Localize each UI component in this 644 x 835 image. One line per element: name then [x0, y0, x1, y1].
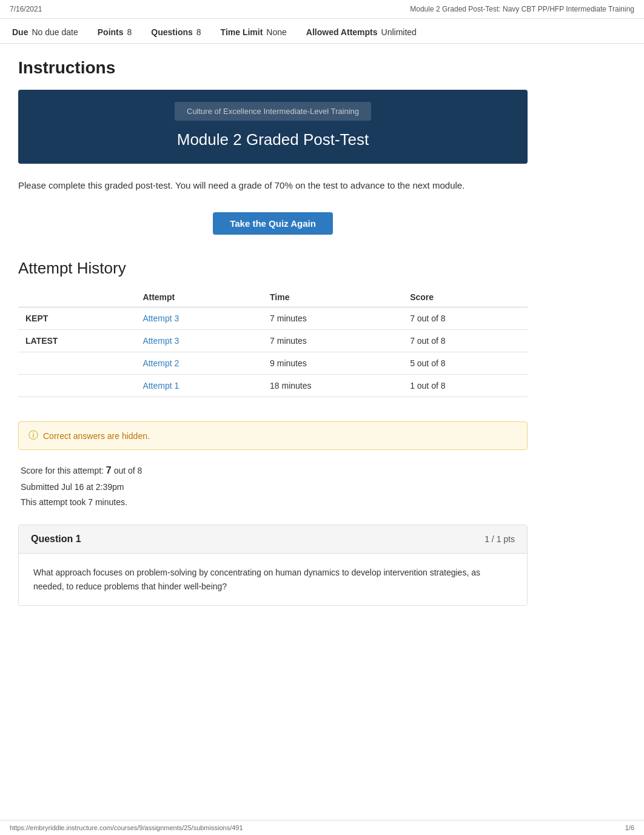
- attempt-row-attempt[interactable]: Attempt 1: [135, 375, 263, 397]
- question-block-1: Question 1 1 / 1 pts What approach focus…: [18, 525, 528, 606]
- banner-subtitle: Culture of Excellence Intermediate-Level…: [175, 102, 371, 121]
- attempt-row-score: 7 out of 8: [403, 330, 528, 352]
- attempt-row-label: KEPT: [18, 307, 135, 330]
- attempt-row-label: [18, 352, 135, 375]
- attempt-row-score: 1 out of 8: [403, 375, 528, 397]
- attempt-row-label: [18, 375, 135, 397]
- quiz-button-container: Take the Quiz Again: [18, 212, 528, 235]
- due-label: Due: [12, 27, 28, 37]
- notice-text: Correct answers are hidden.: [43, 431, 150, 441]
- question-header-1: Question 1 1 / 1 pts: [19, 525, 527, 554]
- due-item: Due No due date: [12, 27, 78, 37]
- allowed-attempts-value: Unlimited: [381, 27, 417, 37]
- time-limit-value: None: [266, 27, 286, 37]
- attempt-history-table: Attempt Time Score KEPTAttempt 37 minute…: [18, 287, 528, 397]
- notice-box: ⓘ Correct answers are hidden.: [18, 421, 528, 450]
- score-line1: Score for this attempt: 7 out of 8: [21, 462, 528, 480]
- question-body-1: What approach focuses on problem-solving…: [19, 554, 527, 605]
- table-row: Attempt 29 minutes5 out of 8: [18, 352, 528, 375]
- score-post: out of 8: [112, 466, 143, 475]
- attempt-row-attempt[interactable]: Attempt 2: [135, 352, 263, 375]
- allowed-attempts-label: Allowed Attempts: [306, 27, 378, 37]
- table-row: KEPTAttempt 37 minutes7 out of 8: [18, 307, 528, 330]
- col-header-score: Score: [403, 287, 528, 307]
- page-title: Module 2 Graded Post-Test: Navy CBT PP/H…: [410, 5, 634, 13]
- top-bar: 7/16/2021 Module 2 Graded Post-Test: Nav…: [0, 0, 644, 19]
- table-row: Attempt 118 minutes1 out of 8: [18, 375, 528, 397]
- attempt-history-title: Attempt History: [18, 259, 528, 278]
- main-content: Instructions Culture of Excellence Inter…: [0, 44, 546, 635]
- instructions-text: Please complete this graded post-test. Y…: [18, 178, 528, 193]
- due-value: No due date: [32, 27, 78, 37]
- score-line3: This attempt took 7 minutes.: [21, 495, 528, 510]
- meta-info: Due No due date Points 8 Questions 8 Tim…: [0, 19, 644, 44]
- attempt-row-attempt[interactable]: Attempt 3: [135, 307, 263, 330]
- section-title: Instructions: [18, 58, 528, 78]
- attempt-row-attempt[interactable]: Attempt 3: [135, 330, 263, 352]
- attempt-row-time: 7 minutes: [263, 330, 403, 352]
- points-label: Points: [98, 27, 124, 37]
- attempt-row-score: 5 out of 8: [403, 352, 528, 375]
- points-value: 8: [127, 27, 132, 37]
- time-limit-item: Time Limit None: [221, 27, 287, 37]
- col-header-time: Time: [263, 287, 403, 307]
- points-item: Points 8: [98, 27, 132, 37]
- score-line2: Submitted Jul 16 at 2:39pm: [21, 480, 528, 495]
- score-summary: Score for this attempt: 7 out of 8 Submi…: [18, 462, 528, 510]
- time-limit-label: Time Limit: [221, 27, 263, 37]
- questions-label: Questions: [151, 27, 192, 37]
- notice-icon: ⓘ: [29, 429, 38, 442]
- col-header-attempt: Attempt: [135, 287, 263, 307]
- attempt-row-label: LATEST: [18, 330, 135, 352]
- attempt-row-time: 18 minutes: [263, 375, 403, 397]
- col-header-label: [18, 287, 135, 307]
- date-label: 7/16/2021: [10, 5, 42, 13]
- questions-value: 8: [196, 27, 201, 37]
- banner-title: Module 2 Graded Post-Test: [18, 130, 528, 149]
- attempt-row-time: 7 minutes: [263, 307, 403, 330]
- questions-item: Questions 8: [151, 27, 201, 37]
- take-quiz-button[interactable]: Take the Quiz Again: [213, 212, 333, 235]
- score-value: 7: [106, 465, 112, 475]
- banner: Culture of Excellence Intermediate-Level…: [18, 90, 528, 164]
- question-label-1: Question 1: [31, 534, 81, 545]
- score-pre: Score for this attempt:: [21, 466, 106, 475]
- question-points-1: 1 / 1 pts: [485, 534, 515, 544]
- allowed-attempts-item: Allowed Attempts Unlimited: [306, 27, 417, 37]
- attempt-row-score: 7 out of 8: [403, 307, 528, 330]
- table-row: LATESTAttempt 37 minutes7 out of 8: [18, 330, 528, 352]
- attempt-row-time: 9 minutes: [263, 352, 403, 375]
